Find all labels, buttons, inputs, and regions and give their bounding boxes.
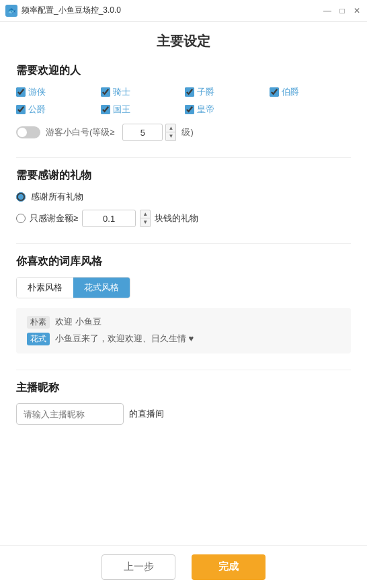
radio-min-gifts: 只感谢金额≥ ▲ ▼ 块钱的礼物 <box>16 210 351 227</box>
done-button[interactable]: 完成 <box>192 554 266 580</box>
radio-all-gifts-label: 感谢所有礼物 <box>31 191 83 203</box>
gift-spinner-up[interactable]: ▲ <box>140 210 151 218</box>
preview-fancy-row: 花式 小鱼豆来了，欢迎欢迎、日久生情 ♥ <box>27 333 340 345</box>
app-icon: 🐟 <box>5 5 17 17</box>
level-input-wrap: ▲ ▼ <box>122 124 176 141</box>
gifts-radio-group: 感谢所有礼物 只感谢金额≥ ▲ ▼ 块钱的礼物 <box>16 191 351 227</box>
gifts-section-title: 需要感谢的礼物 <box>16 169 351 183</box>
gift-spinner: ▲ ▼ <box>140 210 151 227</box>
preview-fancy-text: 小鱼豆来了，欢迎欢迎、日久生情 ♥ <box>55 333 194 345</box>
gifts-section: 需要感谢的礼物 感谢所有礼物 只感谢金额≥ ▲ ▼ 块钱的礼物 <box>16 169 351 227</box>
radio-all-gifts-input[interactable] <box>16 192 26 202</box>
divider-2 <box>16 243 351 244</box>
checkbox-qishi-label: 骑士 <box>113 86 130 98</box>
nickname-input[interactable] <box>16 403 124 425</box>
checkbox-guowang-label: 国王 <box>113 103 130 116</box>
nickname-suffix: 的直播间 <box>129 408 164 420</box>
style-section: 你喜欢的词库风格 朴素风格 花式风格 朴素 欢迎 小鱼豆 花式 小鱼豆来了，欢迎… <box>16 255 351 353</box>
divider-1 <box>16 157 351 158</box>
divider-3 <box>16 370 351 370</box>
level-spinner-down[interactable]: ▼ <box>165 132 176 141</box>
level-spinner-up[interactable]: ▲ <box>165 124 176 132</box>
checkbox-zijue-input[interactable] <box>185 87 194 97</box>
checkbox-guowang[interactable]: 国王 <box>101 103 183 116</box>
nickname-row: 的直播间 <box>16 403 351 425</box>
radio-min-gifts-label: 只感谢金额≥ <box>30 212 78 224</box>
level-spinner: ▲ ▼ <box>165 124 176 141</box>
style-section-title: 你喜欢的词库风格 <box>16 255 351 269</box>
checkbox-bojue[interactable]: 伯爵 <box>270 86 352 98</box>
preview-plain-row: 朴素 欢迎 小鱼豆 <box>27 316 340 329</box>
streamer-section-title: 主播昵称 <box>16 381 351 395</box>
gift-spinner-down[interactable]: ▼ <box>140 218 151 227</box>
main-content: 主要设定 需要欢迎的人 游侠 骑士 子爵 伯爵 公爵 <box>0 22 367 588</box>
checkbox-qishi-input[interactable] <box>101 87 110 97</box>
title-bar: 🐟 频率配置_小鱼豆场控_3.0.0 — □ ✕ <box>0 0 367 22</box>
streamer-section: 主播昵称 的直播间 <box>16 381 351 425</box>
checkbox-guowang-input[interactable] <box>101 105 110 114</box>
checkbox-qishi[interactable]: 骑士 <box>101 86 183 98</box>
tab-plain[interactable]: 朴素风格 <box>17 278 73 298</box>
radio-min-gifts-suffix: 块钱的礼物 <box>155 212 198 224</box>
close-button[interactable]: ✕ <box>352 6 362 15</box>
welcome-checkbox-grid: 游侠 骑士 子爵 伯爵 公爵 国王 <box>16 86 351 116</box>
radio-all-gifts[interactable]: 感谢所有礼物 <box>16 191 351 203</box>
checkbox-huangdi-label: 皇帝 <box>197 103 214 116</box>
guest-toggle-label: 游客小白号(等级≥ <box>46 126 114 138</box>
checkbox-gongjue-label: 公爵 <box>28 103 46 116</box>
gift-amount-input[interactable] <box>82 210 136 227</box>
checkbox-zijue-label: 子爵 <box>197 86 214 98</box>
checkbox-youxia-input[interactable] <box>16 87 26 97</box>
title-bar-text: 频率配置_小鱼豆场控_3.0.0 <box>22 5 323 16</box>
guest-toggle-switch[interactable] <box>16 126 40 138</box>
guest-toggle-row: 游客小白号(等级≥ ▲ ▼ 级) <box>16 124 351 141</box>
maximize-button[interactable]: □ <box>337 6 347 15</box>
style-tab-group: 朴素风格 花式风格 <box>16 277 130 298</box>
preview-fancy-tag: 花式 <box>27 333 50 345</box>
guest-unit-label: 级) <box>181 126 193 138</box>
title-bar-controls: — □ ✕ <box>323 6 362 15</box>
welcome-section: 需要欢迎的人 游侠 骑士 子爵 伯爵 公爵 <box>16 64 351 141</box>
radio-min-gifts-input[interactable] <box>16 214 26 223</box>
checkbox-zijue[interactable]: 子爵 <box>185 86 267 98</box>
bottom-bar: 上一步 完成 <box>0 545 367 588</box>
welcome-section-title: 需要欢迎的人 <box>16 64 351 78</box>
page-title: 主要设定 <box>16 32 351 50</box>
checkbox-bojue-input[interactable] <box>270 87 279 97</box>
checkbox-youxia[interactable]: 游侠 <box>16 86 98 98</box>
checkbox-huangdi-input[interactable] <box>185 105 194 114</box>
preview-plain-text: 欢迎 小鱼豆 <box>55 316 101 328</box>
guest-level-input[interactable] <box>122 124 163 141</box>
checkbox-youxia-label: 游侠 <box>28 86 46 98</box>
tab-fancy[interactable]: 花式风格 <box>73 278 130 298</box>
preview-plain-tag: 朴素 <box>27 316 50 329</box>
minimize-button[interactable]: — <box>323 6 332 15</box>
checkbox-gongjue-input[interactable] <box>16 105 26 114</box>
checkbox-huangdi[interactable]: 皇帝 <box>185 103 267 116</box>
style-preview-box: 朴素 欢迎 小鱼豆 花式 小鱼豆来了，欢迎欢迎、日久生情 ♥ <box>16 308 351 353</box>
checkbox-bojue-label: 伯爵 <box>282 86 299 98</box>
prev-button[interactable]: 上一步 <box>101 554 175 580</box>
checkbox-gongjue[interactable]: 公爵 <box>16 103 98 116</box>
